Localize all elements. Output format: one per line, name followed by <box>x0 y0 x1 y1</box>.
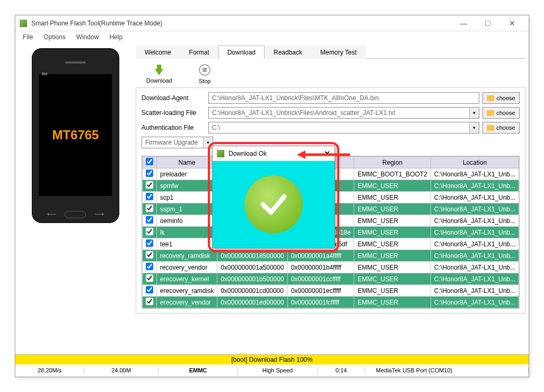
row-checkbox[interactable] <box>146 181 153 189</box>
cell-name: tee1 <box>156 238 217 250</box>
status-area: [boot] Download Flash 100% 28.20M/s 24.0… <box>15 354 529 377</box>
table-row[interactable]: erecovery_kernel 0x000000001b500000 0x00… <box>142 273 519 285</box>
col-check[interactable] <box>142 157 156 168</box>
da-label: Download-Agent <box>142 94 205 102</box>
cell-end: 0x00000001a4fffff <box>287 250 354 262</box>
maximize-button[interactable] <box>476 16 500 31</box>
status-time: 0:14 <box>318 367 365 373</box>
tab-memory-test[interactable]: Memory Test <box>311 46 365 59</box>
table-row[interactable]: recovery_ramdisk 0x0000000018500000 0x00… <box>142 250 519 262</box>
cell-location: C:\Honor8A_JAT-LX1_Unb... <box>431 250 519 262</box>
row-checkbox[interactable] <box>146 193 153 200</box>
cell-location: C:\Honor8A_JAT-LX1_Unb... <box>431 203 519 215</box>
row-checkbox[interactable] <box>146 170 153 177</box>
folder-icon <box>487 95 494 101</box>
menu-options[interactable]: Options <box>38 32 71 42</box>
row-checkbox[interactable] <box>146 274 153 282</box>
check-all[interactable] <box>146 158 153 165</box>
auth-label: Authentication File <box>142 124 205 131</box>
cell-region: EMMC_USER <box>354 273 431 285</box>
cell-end: 0x00000001fcfffff <box>287 297 354 308</box>
phone-brand: BM <box>42 72 48 76</box>
menu-window[interactable]: Window <box>71 32 104 42</box>
menu-help[interactable]: Help <box>104 32 128 42</box>
status-mode: High Speed <box>238 367 318 373</box>
scatter-choose-button[interactable]: choose <box>482 107 520 119</box>
cell-location: C:\Honor8A_JAT-LX1_Unb... <box>431 215 519 227</box>
tab-readback[interactable]: Readback <box>265 46 311 59</box>
chipset-label: MT6765 <box>39 74 112 196</box>
cell-region: EMMC_USER <box>354 238 431 250</box>
row-checkbox[interactable] <box>146 228 153 235</box>
tab-download[interactable]: Download <box>218 46 265 59</box>
cell-begin: 0x000000001b500000 <box>217 273 287 285</box>
row-checkbox[interactable] <box>146 216 153 224</box>
row-checkbox[interactable] <box>146 263 153 270</box>
col-name[interactable]: Name <box>156 157 217 168</box>
auth-input[interactable] <box>208 122 479 133</box>
table-row[interactable]: recovery_vendor 0x000000001a500000 0x000… <box>142 262 519 273</box>
tab-welcome[interactable]: Welcome <box>136 46 180 59</box>
table-row[interactable]: erecovery_vendor 0x000000001ed00000 0x00… <box>142 297 519 308</box>
mode-select[interactable] <box>142 137 213 148</box>
da-input[interactable] <box>208 92 479 104</box>
success-check-icon <box>244 175 303 234</box>
folder-icon <box>487 125 494 131</box>
row-checkbox[interactable] <box>146 204 153 212</box>
download-arrow-icon <box>155 69 163 75</box>
status-storage: EMMC <box>159 367 238 373</box>
cell-location: C:\Honor8A_JAT-LX1_Unb... <box>431 238 519 250</box>
stop-button[interactable]: Stop <box>199 64 211 84</box>
cell-region: EMMC_USER <box>354 203 431 215</box>
cell-region: EMMC_USER <box>354 297 431 308</box>
folder-icon <box>487 110 494 116</box>
row-checkbox[interactable] <box>146 239 153 247</box>
download-button[interactable]: Download <box>146 65 172 84</box>
svg-rect-0 <box>485 21 490 26</box>
close-button[interactable]: ✕ <box>500 16 524 31</box>
menu-file[interactable]: File <box>17 32 38 42</box>
cell-name: sspm_1 <box>156 203 217 215</box>
recent-icon: ⟶ <box>95 210 104 218</box>
cell-region: EMMC_USER <box>354 285 431 297</box>
row-checkbox[interactable] <box>146 298 153 305</box>
chevron-down-icon[interactable]: ▾ <box>203 137 213 148</box>
cell-name: scp1 <box>156 192 217 203</box>
cell-name: erecovery_kernel <box>156 273 217 285</box>
cell-location: C:\Honor8A_JAT-LX1_Unb... <box>431 262 519 273</box>
svg-marker-2 <box>297 150 305 159</box>
stop-icon <box>199 64 210 76</box>
status-speed: 28.20M/s <box>15 367 84 373</box>
cell-end: 0x00000001ecfffff <box>287 285 354 297</box>
cell-name: spmfw <box>156 180 217 192</box>
tab-format[interactable]: Format <box>180 46 218 59</box>
chevron-down-icon[interactable]: ▾ <box>469 122 479 133</box>
table-row[interactable]: erecovery_ramdisk 0x000000001cd00000 0x0… <box>142 285 519 297</box>
titlebar[interactable]: Smart Phone Flash Tool(Runtime Trace Mod… <box>15 15 529 31</box>
cell-region: EMMC_USER <box>354 250 431 262</box>
window-title: Smart Phone Flash Tool(Runtime Trace Mod… <box>31 20 451 27</box>
cell-end: 0x00000001ccfffff <box>287 273 354 285</box>
chevron-down-icon[interactable]: ▾ <box>469 108 479 118</box>
cell-begin: 0x0000000018500000 <box>217 250 287 262</box>
cell-region: EMMC_USER <box>354 192 431 203</box>
cell-location: C:\Honor8A_JAT-LX1_Unb... <box>431 273 519 285</box>
scatter-input[interactable] <box>208 107 479 119</box>
phone-preview-panel: BM MT6765 ⟵ ⟶ <box>15 43 136 354</box>
row-checkbox[interactable] <box>146 286 153 293</box>
cell-end: 0x00000001b4fffff <box>287 262 354 273</box>
minimize-button[interactable]: — <box>451 16 476 31</box>
cell-name: recovery_vendor <box>156 262 217 273</box>
row-checkbox[interactable] <box>146 251 153 259</box>
col-location[interactable]: Location <box>431 157 519 168</box>
auth-choose-button[interactable]: choose <box>482 122 520 133</box>
progress-bar: [boot] Download Flash 100% <box>15 355 529 364</box>
annotation-arrow-icon <box>297 149 350 162</box>
cell-name: recovery_ramdisk <box>156 250 217 262</box>
cell-name: erecovery_vendor <box>156 297 217 308</box>
col-region[interactable]: Region <box>354 157 431 168</box>
status-port: MediaTek USB Port (COM10) <box>365 367 529 373</box>
cell-location: C:\Honor8A_JAT-LX1_Unb... <box>431 297 519 308</box>
da-choose-button[interactable]: choose <box>482 92 520 104</box>
cell-begin: 0x000000001a500000 <box>217 262 287 273</box>
